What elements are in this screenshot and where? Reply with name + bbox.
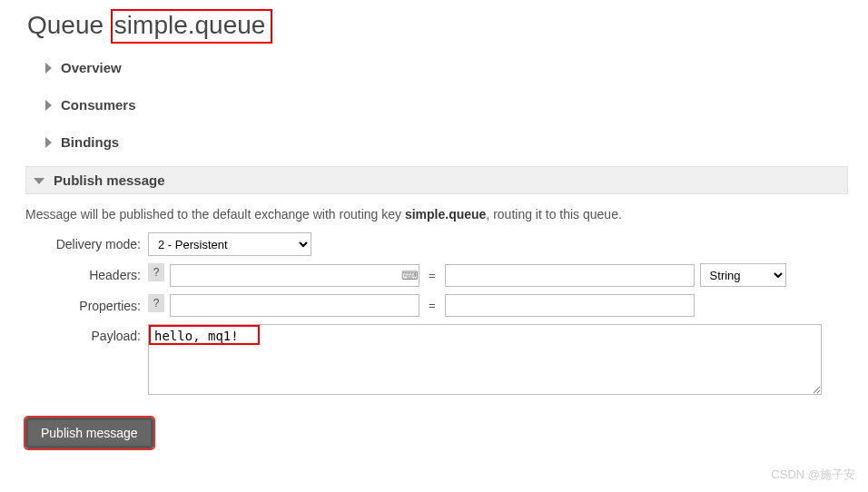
hint-prefix: Message will be published to the default…	[25, 207, 405, 221]
section-consumers-toggle[interactable]: Consumers	[45, 92, 841, 118]
row-headers: Headers: ? ⌨ = String	[25, 263, 841, 287]
section-bindings-toggle[interactable]: Bindings	[45, 129, 841, 155]
section-publish: Publish message Message will be publishe…	[45, 166, 841, 448]
chevron-right-icon	[45, 137, 52, 148]
queue-name: simple.queue	[111, 9, 273, 44]
properties-key-input[interactable]	[170, 294, 419, 317]
section-overview-title: Overview	[61, 60, 122, 75]
hint-suffix: , routing it to this queue.	[486, 207, 621, 221]
chevron-right-icon	[45, 100, 52, 111]
title-prefix: Queue	[27, 11, 104, 39]
delivery-mode-label: Delivery mode:	[25, 232, 148, 251]
section-overview-toggle[interactable]: Overview	[45, 54, 841, 81]
section-publish-toggle[interactable]: Publish message	[25, 166, 848, 194]
section-consumers: Consumers	[45, 92, 841, 118]
properties-kv: =	[170, 294, 695, 317]
properties-value-input[interactable]	[445, 294, 695, 317]
watermark: CSDN @施子安	[771, 467, 855, 468]
headers-kv: ⌨ = String	[170, 263, 786, 287]
section-bindings: Bindings	[45, 129, 841, 155]
headers-label: Headers:	[25, 263, 148, 282]
headers-key-input[interactable]	[170, 264, 419, 287]
payload-textarea[interactable]	[148, 324, 822, 395]
row-payload: Payload:	[25, 324, 841, 398]
publish-message-button[interactable]: Publish message	[25, 418, 153, 448]
properties-label: Properties:	[25, 294, 148, 313]
payload-label: Payload:	[25, 324, 148, 343]
chevron-down-icon	[34, 178, 44, 184]
chevron-right-icon	[45, 63, 52, 74]
section-consumers-title: Consumers	[61, 97, 136, 113]
headers-help-icon[interactable]: ?	[148, 263, 164, 281]
equals-glyph: =	[425, 299, 439, 312]
publish-form: Message will be published to the default…	[25, 207, 841, 448]
section-publish-title: Publish message	[54, 172, 165, 188]
row-properties: Properties: ? =	[25, 294, 841, 317]
equals-glyph: =	[425, 269, 439, 282]
hint-routing-key: simple.queue	[405, 207, 486, 221]
section-overview: Overview	[45, 54, 841, 81]
publish-hint: Message will be published to the default…	[25, 207, 841, 221]
delivery-mode-select[interactable]: 2 - Persistent	[148, 232, 311, 256]
headers-value-input[interactable]	[445, 264, 695, 287]
row-delivery-mode: Delivery mode: 2 - Persistent	[25, 232, 841, 256]
headers-type-select[interactable]: String	[700, 263, 786, 287]
properties-help-icon[interactable]: ?	[148, 294, 164, 312]
section-bindings-title: Bindings	[61, 134, 119, 150]
page-title: Queue simple.queue	[27, 9, 841, 44]
